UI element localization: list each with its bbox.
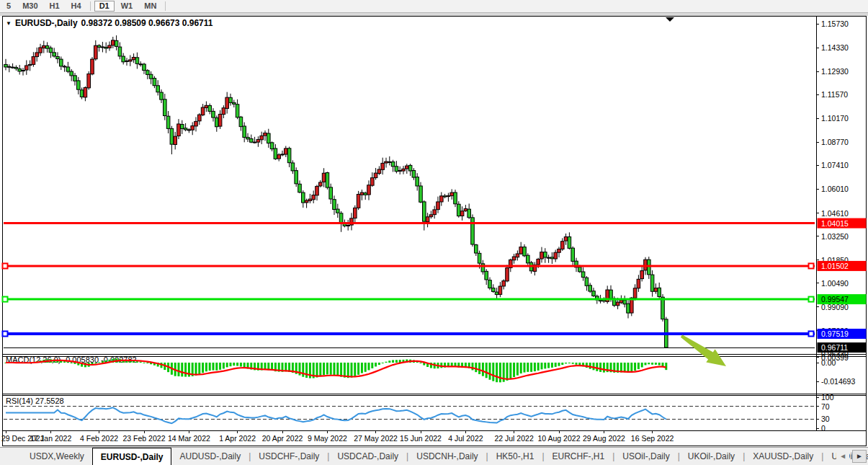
chart-ohlc-values: 0.98372 0.98509 0.96673 0.96711 — [81, 18, 213, 28]
bid-price-badge: 0.96711 — [818, 342, 867, 353]
tab-audusd-daily[interactable]: AUDUSD-,Daily — [171, 448, 249, 465]
macd-axis-label: 0.00 — [821, 358, 836, 367]
price-axis-label: 1.12930 — [821, 67, 849, 76]
time-axis-label: 1 Apr 2022 — [219, 434, 256, 443]
time-axis[interactable]: 29 Dec 202117 Jan 20224 Feb 202223 Feb 2… — [1, 430, 674, 443]
time-axis-label: 27 May 2022 — [354, 434, 398, 443]
price-line-0.97519[interactable] — [3, 331, 815, 336]
time-axis-label: 16 Sep 2022 — [631, 434, 674, 443]
line-drag-handle[interactable] — [809, 331, 814, 336]
time-axis-label: 10 Aug 2022 — [538, 434, 581, 443]
rsi-label: RSI(14) 27.5528 — [6, 397, 64, 405]
chart-window-border — [3, 17, 867, 446]
price-line-badge: 1.04015 — [818, 218, 867, 229]
line-drag-handle[interactable] — [809, 263, 814, 268]
tab-xauusd-daily[interactable]: XAUUSD-,Daily — [745, 448, 821, 465]
tab-ukoil-daily[interactable]: UKOil-,Daily — [680, 448, 743, 465]
scroll-right-button[interactable]: ► — [852, 450, 867, 463]
candlesticks — [4, 35, 668, 348]
svg-text:1.01502: 1.01502 — [821, 262, 849, 270]
time-axis-label: 9 May 2022 — [308, 434, 347, 443]
price-axis-label: 1.04610 — [821, 209, 849, 218]
time-axis-label: 17 Jan 2022 — [30, 434, 71, 443]
price-axis-label: 1.08770 — [821, 138, 849, 146]
svg-text:0.96711: 0.96711 — [821, 343, 848, 352]
tab-usoil-daily[interactable]: USOil-,Daily — [614, 448, 677, 465]
line-drag-handle[interactable] — [809, 297, 814, 302]
arrow-annotation[interactable] — [677, 329, 730, 373]
collapse-triangle-icon[interactable]: ▼ — [6, 20, 12, 27]
price-line-badge: 0.99547 — [818, 294, 867, 304]
time-axis-label: 4 Feb 2022 — [80, 434, 118, 443]
price-axis-label: 1.15730 — [821, 19, 849, 28]
tab-usdcnh-daily[interactable]: USDCNH-,Daily — [408, 448, 486, 465]
price-line-badge: 0.97519 — [818, 329, 867, 339]
time-axis-label: 14 Mar 2022 — [168, 434, 210, 443]
tab-eurusd-daily[interactable]: EURUSD-,Daily — [92, 448, 172, 465]
price-axis-label: 1.07410 — [821, 161, 849, 169]
svg-text:0.97519: 0.97519 — [821, 329, 849, 338]
trading-terminal: { "toolbar": { "timeframes": [ {"label":… — [0, 0, 868, 465]
rsi-axis-label: 0 — [821, 424, 826, 433]
price-line-1.01502[interactable] — [3, 263, 815, 268]
chart-symbol-label: EURUSD-,Daily — [15, 18, 78, 28]
price-axis-label: 1.00490 — [821, 279, 849, 288]
price-axis-label: 1.14330 — [821, 43, 849, 52]
macd-axis-label: -0.014693 — [821, 377, 855, 386]
time-axis-label: 4 Jul 2022 — [448, 434, 483, 443]
tab-scroll-buttons: ◄ ► — [836, 448, 867, 464]
line-drag-handle[interactable] — [3, 297, 8, 302]
tab-hk50-h1[interactable]: HK50-,H1 — [488, 448, 542, 465]
price-axis-label: 1.06010 — [821, 185, 849, 193]
rsi-axis-label: 100 — [821, 393, 834, 402]
scroll-left-button[interactable]: ◄ — [836, 451, 849, 462]
tab-usdx-weekly[interactable]: USDX,Weekly — [22, 448, 92, 465]
chart-tab-bar: USDX,WeeklyEURUSD-,DailyAUDUSD-,Daily|US… — [0, 447, 868, 465]
rsi-axis-label: 30 — [821, 415, 830, 423]
chart-shift-marker-icon[interactable] — [666, 17, 674, 22]
line-drag-handle[interactable] — [3, 263, 8, 268]
chart-title: ▼ EURUSD-,Daily 0.98372 0.98509 0.96673 … — [6, 18, 212, 28]
time-axis-label: 15 Jun 2022 — [400, 434, 442, 443]
chart-canvas[interactable]: MACD(12,26,9) -0.005830 -0.002782RSI(14)… — [0, 0, 868, 447]
time-axis-label: 20 Apr 2022 — [262, 434, 303, 443]
price-line-0.99547[interactable] — [3, 297, 815, 302]
price-axis-label: 1.03250 — [821, 232, 849, 241]
tab-usdcad-daily[interactable]: USDCAD-,Daily — [329, 448, 406, 465]
tab-eurchf-h1[interactable]: EURCHF-,H1 — [545, 448, 613, 465]
price-axis-label: 1.10170 — [821, 114, 849, 123]
time-axis-label: 29 Aug 2022 — [583, 434, 625, 443]
price-axis-label: 1.11570 — [821, 90, 848, 99]
macd-signal-line — [6, 360, 666, 379]
line-drag-handle[interactable] — [3, 331, 8, 336]
rsi-line — [6, 407, 666, 423]
price-line-badge: 1.01502 — [818, 261, 867, 271]
tab-usdchf-daily[interactable]: USDCHF-,Daily — [251, 448, 327, 465]
svg-text:0.99547: 0.99547 — [821, 295, 849, 304]
svg-text:1.04015: 1.04015 — [821, 219, 849, 228]
time-axis-label: 23 Feb 2022 — [123, 434, 166, 443]
time-axis-label: 22 Jul 2022 — [494, 434, 533, 443]
rsi-axis-label: 70 — [821, 402, 830, 411]
